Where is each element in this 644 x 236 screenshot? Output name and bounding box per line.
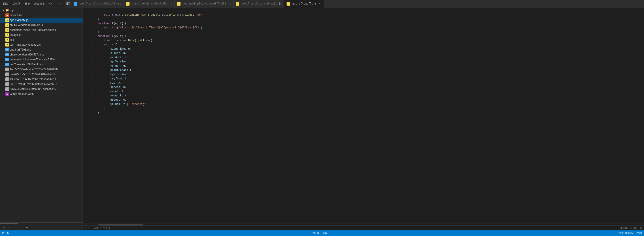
sidebar-item-app-css[interactable]: C app.6fa377e3.css bbox=[0, 47, 82, 52]
sidebar-label-hash-4: 960157a96d37b23666ef65da2c7ed687 bbox=[10, 82, 57, 86]
bottom-scope-link[interactable]: 作用域 bbox=[312, 232, 319, 235]
menu-replace[interactable]: 替换 bbox=[23, 1, 31, 7]
editor-scroll[interactable]: - - - - - - - - - - - - - - - bbox=[83, 8, 644, 223]
file-icon-woff: W bbox=[5, 92, 9, 96]
tab-label-js-docupload: documentUpload~…te.e8f7a401.js bbox=[183, 2, 231, 5]
sidebar-label-woff: Gilroy-Medium.woff2 bbox=[10, 92, 34, 96]
file-icon-html: H bbox=[5, 14, 9, 17]
tab-label-js-texttranslate: textTranslate.4ab4ea21.js bbox=[242, 2, 282, 5]
sidebar-icon-back[interactable]: ↩ bbox=[25, 226, 29, 230]
sidebar-item-hash-1[interactable]: □ 1ed7a7858eabd4d407370a83d9209838 bbox=[0, 67, 82, 72]
file-icon-doc-upload-css: C bbox=[5, 58, 9, 61]
tab-js-vendors[interactable]: chunk-vendors.00d4b95d.js bbox=[124, 0, 174, 8]
sidebar-item-hash-3[interactable]: □ 138eaa81014e4b62dbe7f9daeaf26211. bbox=[0, 77, 82, 82]
bottom-bar-center: 作用域 监视 bbox=[312, 232, 328, 235]
menu-content-script[interactable]: 内容脚本 bbox=[33, 1, 46, 7]
status-icon-collapse[interactable]: ⊟ bbox=[640, 226, 642, 230]
sidebar-hscrollbar[interactable] bbox=[0, 222, 82, 224]
tab-label-js-app: app.ef4cabf7.js bbox=[292, 2, 316, 5]
file-icon-chunk-vendors: J bbox=[5, 23, 9, 27]
tab-label-css-1: textTranslate.d5910a44.css bbox=[80, 2, 121, 5]
sidebar-item-hash-4[interactable]: □ 960157a96d37b23666ef65da2c7ed687 bbox=[0, 82, 82, 86]
tab-css-1[interactable]: textTranslate.d5910a44.css bbox=[71, 0, 124, 8]
tab-js-docupload[interactable]: documentUpload~…te.e8f7a401.js bbox=[175, 0, 234, 8]
sidebar-item-woff[interactable]: W Gilroy-Medium.woff2 bbox=[0, 92, 82, 96]
bottom-bar-right: CSDN帮助提示已关闭 bbox=[618, 232, 642, 235]
tabs-bar: textTranslate.d5910a44.css chunk-vendors… bbox=[65, 0, 644, 8]
sidebar-item-hash-5[interactable]: □ 6376249e4f96893bfba5851a3b6d5c85. bbox=[0, 86, 82, 92]
file-icon-text-translate-css: C bbox=[5, 63, 9, 66]
editor-area: - - - - - - - - - - - - - - - bbox=[83, 8, 644, 230]
sidebar-item-js-js[interactable]: J js.js bbox=[0, 37, 82, 42]
line-numbers: - - - - - - - - - - - - - - - bbox=[83, 8, 94, 223]
bottom-icon-down[interactable]: ↓ bbox=[12, 232, 13, 235]
tab-close-button[interactable]: × bbox=[318, 2, 322, 6]
top-menu-bar: 网页 工作区 替换 内容脚本 >> ··· textTranslate.d591… bbox=[0, 0, 644, 8]
sidebar-icon-grid[interactable]: ⊞ bbox=[2, 226, 6, 230]
bottom-icon-grid[interactable]: ⊞ bbox=[2, 232, 4, 235]
sidebar-label-inpage: inpage.js bbox=[10, 33, 20, 36]
file-icon-chunk-vendors-css: C bbox=[5, 53, 9, 56]
main-content: ▾ 📁 top H index.html J app.ef4cabf7.js J bbox=[0, 8, 644, 230]
menu-ellipsis[interactable]: ··· bbox=[54, 1, 63, 6]
sidebar-label-hash-3: 138eaa81014e4b62dbe7f9daeaf26211. bbox=[10, 78, 57, 81]
sidebar-item-hash-2[interactable]: □ 5ae445d1e5b131d2d9ed064b2dfafccf. bbox=[0, 72, 82, 77]
bottom-icon-up[interactable]: ↑ bbox=[16, 232, 17, 235]
sidebar-item-chunk-vendors-css[interactable]: C chunk-vendors.d96f517b.css bbox=[0, 52, 82, 57]
sidebar-root-folder[interactable]: ▾ 📁 top bbox=[0, 8, 82, 13]
sidebar-hscroll-thumb bbox=[0, 223, 18, 224]
sidebar-icon-down[interactable]: ↓ bbox=[14, 226, 18, 230]
folder-icon: 📁 bbox=[5, 8, 9, 12]
sidebar-label-js-js: js.js bbox=[10, 38, 14, 42]
file-icon-hash-1: □ bbox=[5, 68, 9, 71]
sidebar-label-app-css: app.6fa377e3.css bbox=[10, 48, 31, 51]
menu-more-chevron[interactable]: >> bbox=[48, 1, 53, 6]
tab-js-app-active[interactable]: app.ef4cabf7.js × bbox=[284, 0, 324, 8]
tab-icon-js-app bbox=[286, 2, 290, 6]
sidebar-icon-refresh[interactable]: ↻ bbox=[8, 226, 12, 230]
sidebar-item-inpage[interactable]: J inpage.js bbox=[0, 32, 82, 37]
sidebar-item-index-html[interactable]: H index.html bbox=[0, 13, 82, 18]
editor-status-bar: { } 已选择 6 个字符 覆盖率：不适用 ⊟ bbox=[83, 226, 644, 230]
tab-icon-js-texttranslate bbox=[236, 2, 239, 6]
file-icon-js-js: J bbox=[5, 38, 9, 42]
code-content[interactable]: return c.a.createHash( md5 ).update(e.to… bbox=[94, 8, 644, 223]
status-selection-info: { } 已选择 6 个字符 bbox=[85, 226, 110, 230]
file-icon-hash-5: □ bbox=[5, 87, 9, 91]
sidebar-item-doc-upload-css[interactable]: C documentUpload~textTranslate.533fbc bbox=[0, 57, 82, 62]
sidebar-item-doc-upload[interactable]: J documentUpload~textTranslate.e8f7a4 bbox=[0, 28, 82, 32]
bottom-csdn-notice: CSDN帮助提示已关闭 bbox=[618, 232, 642, 235]
tab-icon-js-vendors bbox=[126, 2, 130, 6]
file-icon-inpage: J bbox=[5, 33, 9, 37]
editor-hscrollbar[interactable] bbox=[83, 223, 644, 226]
sidebar-item-text-translate-css[interactable]: C textTranslate.d5910a44.css bbox=[0, 62, 82, 67]
sidebar-item-app-js[interactable]: J app.ef4cabf7.js bbox=[0, 18, 82, 22]
menu-webpage[interactable]: 网页 bbox=[2, 1, 10, 7]
sidebar-label-text-translate-css: textTranslate.d5910a44.css bbox=[10, 63, 43, 66]
sidebar-label-chunk-vendors: chunk-vendors.00d4b95d.js bbox=[10, 24, 43, 26]
sidebar-root-label: top bbox=[10, 9, 14, 12]
folder-arrow-icon: ▾ bbox=[2, 8, 5, 12]
status-coverage: 覆盖率：不适用 bbox=[620, 226, 638, 230]
menu-workspace[interactable]: 工作区 bbox=[11, 1, 22, 7]
top-menu-left: 网页 工作区 替换 内容脚本 >> ··· bbox=[0, 0, 65, 8]
sidebar-item-chunk-vendors[interactable]: J chunk-vendors.00d4b95d.js bbox=[0, 22, 82, 28]
bottom-monitor-link[interactable]: 监视 bbox=[322, 232, 328, 235]
bottom-icon-refresh[interactable]: ↻ bbox=[7, 232, 9, 235]
sidebar-label-hash-2: 5ae445d1e5b131d2d9ed064b2dfafccf. bbox=[10, 73, 56, 76]
file-icon-hash-3: □ bbox=[5, 78, 9, 81]
bottom-bar-left: ⊞ ↻ ↓ ↑ ↩ bbox=[2, 232, 22, 235]
tab-icon-js-docupload bbox=[177, 2, 180, 6]
file-icon-app-js: J bbox=[5, 18, 9, 22]
tab-js-texttranslate[interactable]: textTranslate.4ab4ea21.js bbox=[234, 0, 284, 8]
file-icon-doc-upload: J bbox=[5, 28, 9, 32]
sidebar: ▾ 📁 top H index.html J app.ef4cabf7.js J bbox=[0, 8, 83, 230]
sidebar-item-text-translate-js[interactable]: J textTranslate.4ab4ea21.js bbox=[0, 42, 82, 47]
sidebar-label-hash-1: 1ed7a7858eabd4d407370a83d9209838 bbox=[10, 68, 58, 71]
tab-icon-css-1 bbox=[74, 2, 77, 6]
editor-hscroll-thumb bbox=[98, 224, 143, 226]
sidebar-file-tree: ▾ 📁 top H index.html J app.ef4cabf7.js J bbox=[0, 8, 82, 222]
bottom-icon-back[interactable]: ↩ bbox=[20, 232, 22, 235]
sidebar-label-index-html: index.html bbox=[10, 14, 22, 17]
sidebar-icon-up[interactable]: ↑ bbox=[19, 226, 23, 230]
